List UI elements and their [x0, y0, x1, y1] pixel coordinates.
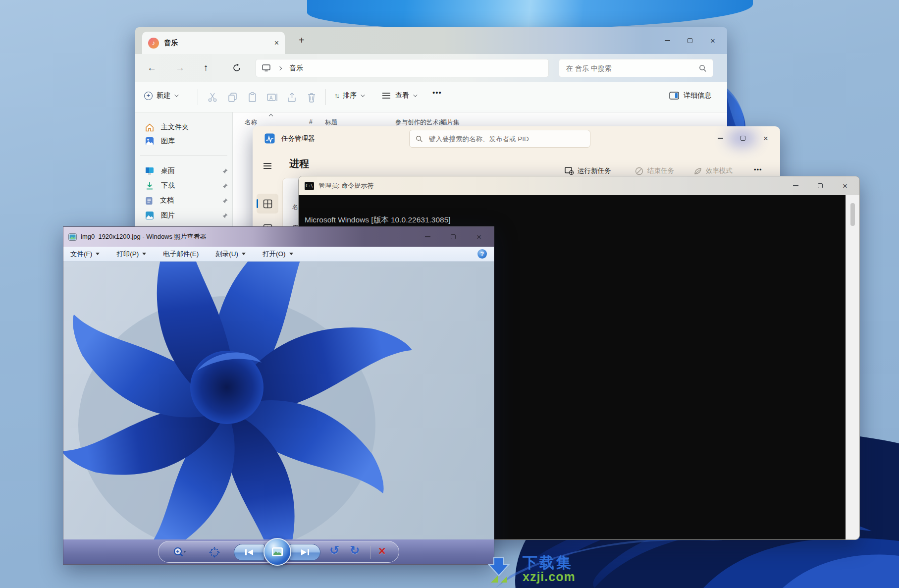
site-watermark: 下载集 xzji.com — [487, 554, 576, 585]
rotate-clockwise-button[interactable]: ↻ — [350, 543, 360, 557]
menu-open[interactable]: 打开(O) — [263, 250, 293, 259]
explorer-search-input[interactable] — [565, 64, 699, 73]
pin-icon — [222, 213, 228, 219]
sort-button[interactable]: ↑↓ 排序 — [334, 91, 364, 100]
cmd-close-button[interactable]: × — [833, 176, 857, 195]
explorer-close-button[interactable]: × — [701, 27, 724, 54]
new-tab-button[interactable]: + — [299, 35, 305, 45]
viewer-close-button[interactable]: × — [466, 227, 492, 247]
details-pane-button[interactable]: 详细信息 — [669, 91, 711, 100]
pin-icon — [222, 198, 228, 204]
search-icon — [699, 64, 707, 72]
column-header-album[interactable]: 唱片集 — [441, 118, 460, 127]
viewer-minimize-button[interactable] — [415, 227, 440, 247]
processes-heading: 进程 — [289, 157, 309, 170]
nav-processes-button[interactable] — [257, 194, 278, 214]
taskmgr-minimize-button[interactable] — [709, 126, 732, 150]
cmd-minimize-button[interactable] — [783, 176, 808, 195]
explorer-tab-music[interactable]: ♪ 音乐 × — [142, 32, 285, 54]
copy-icon[interactable] — [227, 92, 238, 103]
cmd-scrollbar-thumb[interactable] — [850, 203, 855, 226]
photo-image — [63, 262, 494, 539]
sidebar-item-gallery[interactable]: 图库 — [145, 134, 228, 148]
slideshow-button[interactable] — [264, 538, 291, 566]
zoom-button[interactable] — [173, 547, 186, 558]
taskmgr-maximize-button[interactable] — [732, 126, 754, 150]
task-manager-search-box[interactable] — [409, 130, 590, 148]
sidebar-item-pictures[interactable]: 图片 — [145, 209, 228, 222]
menu-burn[interactable]: 刻录(U) — [215, 250, 246, 259]
cmd-titlebar: C:\ 管理员: 命令提示符 × — [299, 176, 859, 195]
sidebar-item-downloads[interactable]: 下载 — [145, 179, 228, 193]
explorer-tab-bar: ♪ 音乐 × + × — [135, 27, 727, 54]
menu-email[interactable]: 电子邮件(E) — [163, 250, 199, 259]
photo-viewer-toolbar: ↺ ↻ × — [63, 539, 494, 564]
dropdown-arrow-icon — [242, 253, 246, 255]
delete-icon[interactable] — [307, 92, 317, 103]
sidebar-item-documents[interactable]: 文档 — [145, 194, 228, 208]
cmd-scrollbar[interactable] — [846, 195, 859, 539]
delete-button[interactable]: × — [378, 544, 386, 558]
sidebar-item-desktop[interactable]: 桌面 — [145, 164, 228, 178]
back-icon[interactable]: ← — [147, 62, 157, 73]
explorer-minimize-button[interactable] — [656, 27, 679, 54]
photo-viewer-window: img0_1920x1200.jpg - Windows 照片查看器 × 文件(… — [63, 226, 494, 565]
rename-icon[interactable]: A — [267, 92, 278, 103]
viewer-maximize-button[interactable] — [440, 227, 466, 247]
hamburger-icon — [263, 162, 272, 169]
more-options-icon[interactable]: ••• — [432, 88, 442, 97]
column-header-title[interactable]: 标题 — [325, 118, 337, 127]
details-pane-icon — [669, 92, 679, 100]
new-button[interactable]: + 新建 — [144, 91, 177, 100]
breadcrumb-music[interactable]: 音乐 — [289, 64, 303, 73]
watermark-site: xzji.com — [523, 570, 576, 583]
tab-close-icon[interactable]: × — [274, 39, 279, 48]
dropdown-arrow-icon — [289, 253, 293, 255]
previous-button[interactable] — [234, 544, 264, 561]
up-icon[interactable]: ↑ — [204, 62, 209, 73]
windows-bloom-photo — [63, 262, 494, 539]
plus-icon: + — [144, 92, 153, 100]
explorer-maximize-button[interactable] — [679, 27, 701, 54]
fit-to-window-button[interactable] — [209, 547, 220, 558]
photo-viewer-icon — [68, 233, 77, 241]
column-header-artists[interactable]: 参与创作的艺术家 — [395, 118, 445, 127]
next-button[interactable] — [290, 544, 320, 561]
view-button[interactable]: 查看 — [382, 91, 416, 100]
next-icon — [300, 549, 310, 556]
taskmgr-more-icon[interactable]: ••• — [754, 166, 762, 173]
rotate-counterclockwise-button[interactable]: ↺ — [329, 543, 339, 557]
share-icon[interactable] — [287, 92, 297, 103]
gallery-icon — [145, 137, 154, 146]
slideshow-icon — [271, 547, 283, 557]
menu-print[interactable]: 打印(P) — [116, 250, 146, 259]
column-header-number[interactable]: # — [309, 118, 313, 125]
explorer-address-row: ← → ↑ 音乐 — [135, 54, 727, 82]
download-icon — [145, 182, 154, 190]
help-button[interactable]: ? — [477, 249, 487, 259]
column-header-name[interactable]: 名称 — [245, 118, 257, 127]
sidebar-item-home[interactable]: 主文件夹 — [145, 120, 228, 134]
this-pc-icon — [262, 64, 270, 72]
processes-icon — [263, 199, 272, 209]
efficiency-mode-icon — [693, 167, 702, 175]
pictures-icon — [145, 211, 154, 220]
music-note-icon: ♪ — [148, 38, 159, 49]
dropdown-arrow-icon — [96, 253, 100, 255]
view-lines-icon — [382, 92, 391, 100]
tab-title: 音乐 — [164, 39, 274, 48]
menu-file[interactable]: 文件(F) — [70, 250, 100, 259]
cmd-line-1: Microsoft Windows [版本 10.0.22631.3085] — [305, 215, 840, 225]
address-bar[interactable]: 音乐 — [256, 59, 549, 77]
cut-icon[interactable] — [208, 92, 218, 103]
cmd-maximize-button[interactable] — [808, 176, 833, 195]
paste-icon[interactable] — [247, 92, 258, 103]
refresh-icon[interactable] — [232, 63, 241, 72]
nav-menu-button[interactable] — [257, 156, 278, 176]
desktop-icon — [145, 167, 154, 175]
taskmgr-close-button[interactable]: × — [754, 126, 777, 150]
run-new-task-icon — [565, 167, 574, 175]
explorer-search-box[interactable] — [559, 59, 713, 77]
task-manager-search-input[interactable] — [428, 135, 584, 143]
toolbar-pill: ↺ ↻ × — [158, 541, 399, 563]
